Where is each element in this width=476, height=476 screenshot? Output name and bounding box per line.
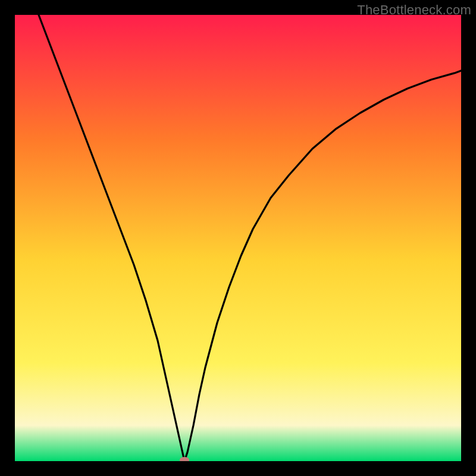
watermark-text: TheBottleneck.com [357,2,471,18]
chart-svg [15,15,461,461]
plot-area [15,15,461,461]
chart-frame: TheBottleneck.com [0,0,476,476]
gradient-background [15,15,461,461]
